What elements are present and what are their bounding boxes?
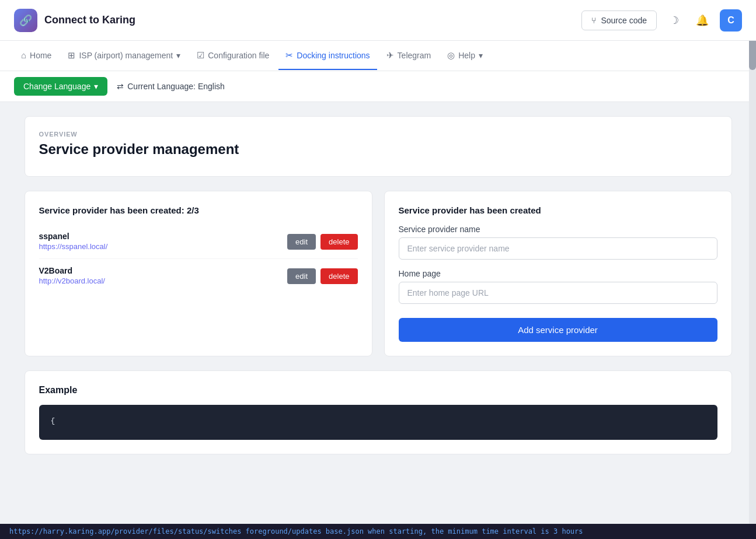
home-page-group: Home page [399,269,717,304]
table-row: sspanel https://sspanel.local/ edit dele… [39,225,358,258]
isp-icon: ⊞ [68,50,75,61]
page-title: Service provider management [39,141,717,158]
provider-list-card: Service provider has been created: 2/3 s… [25,191,372,356]
nav-item-help[interactable]: ◎ Help ▾ [440,42,490,70]
home-page-label: Home page [399,269,717,278]
main-grid: Service provider has been created: 2/3 s… [25,191,732,356]
provider-name-input[interactable] [399,237,717,260]
delete-button-v2board[interactable]: delete [320,268,357,284]
nav-item-home[interactable]: ⌂ Home [14,42,58,69]
provider-info-v2board: V2Board http://v2board.local/ [39,266,105,286]
help-icon: ◎ [447,50,455,61]
page-content: OVERVIEW Service provider management Ser… [11,102,746,478]
dark-mode-button[interactable]: ☽ [664,10,685,31]
nav-item-config[interactable]: ☑ Configuration file [190,42,276,70]
translate-icon: ⇄ [117,82,124,91]
provider-name-sspanel: sspanel [39,232,108,241]
edit-button-v2board[interactable]: edit [287,268,316,284]
add-provider-card: Service provider has been created Servic… [384,191,732,356]
help-dropdown-icon: ▾ [479,51,483,60]
config-icon: ☑ [197,50,204,61]
nav-item-telegram[interactable]: ✈ Telegram [379,42,438,70]
provider-name-label: Service provider name [399,225,717,234]
source-code-button[interactable]: ⑂ Source code [581,10,657,30]
add-service-provider-button[interactable]: Add service provider [399,318,717,342]
nav-item-isp[interactable]: ⊞ ISP (airport) management ▾ [61,42,187,70]
bell-icon: 🔔 [696,14,709,27]
example-title: Example [39,385,717,396]
github-icon: ⑂ [591,16,596,25]
current-language-display: ⇄ Current Language: English [117,82,225,91]
header-right: ⑂ Source code ☽ 🔔 C [581,9,742,32]
provider-info-sspanel: sspanel https://sspanel.local/ [39,232,108,251]
overview-section: OVERVIEW Service provider management [25,116,732,177]
example-card: Example { [25,370,732,454]
notification-button[interactable]: 🔔 [692,10,713,31]
lang-dropdown-icon: ▾ [94,82,98,91]
home-icon: ⌂ [21,50,26,60]
nav-item-docking[interactable]: ✂ Docking instructions [278,42,377,70]
header-left: 🔗 Connect to Karing [14,9,135,32]
provider-name-group: Service provider name [399,225,717,260]
add-provider-card-title: Service provider has been created [399,205,717,215]
home-page-input[interactable] [399,282,717,304]
provider-actions-v2board: edit delete [287,268,357,284]
provider-list-title: Service provider has been created: 2/3 [39,205,358,215]
provider-list: sspanel https://sspanel.local/ edit dele… [39,225,358,293]
header: 🔗 Connect to Karing ⑂ Source code ☽ 🔔 C [0,0,756,41]
change-language-button[interactable]: Change Language ▾ [14,77,107,96]
lang-bar: Change Language ▾ ⇄ Current Language: En… [0,71,756,102]
app-logo: 🔗 [14,9,37,32]
provider-name-v2board: V2Board [39,266,105,275]
code-block: { [39,405,717,440]
table-row: V2Board http://v2board.local/ edit delet… [39,258,358,293]
docking-icon: ✂ [285,50,293,61]
provider-url-v2board[interactable]: http://v2board.local/ [39,276,105,285]
provider-actions-sspanel: edit delete [287,234,357,250]
overview-label: OVERVIEW [39,131,717,138]
dropdown-icon: ▾ [176,51,180,60]
user-avatar[interactable]: C [720,9,742,32]
telegram-icon: ✈ [386,50,394,61]
provider-url-sspanel[interactable]: https://sspanel.local/ [39,242,108,251]
scrollbar-track[interactable] [749,0,756,478]
app-title: Connect to Karing [44,14,135,26]
nav-bar: ⌂ Home ⊞ ISP (airport) management ▾ ☑ Co… [0,41,756,71]
edit-button-sspanel[interactable]: edit [287,234,316,250]
moon-icon: ☽ [670,14,679,27]
delete-button-sspanel[interactable]: delete [320,234,357,250]
